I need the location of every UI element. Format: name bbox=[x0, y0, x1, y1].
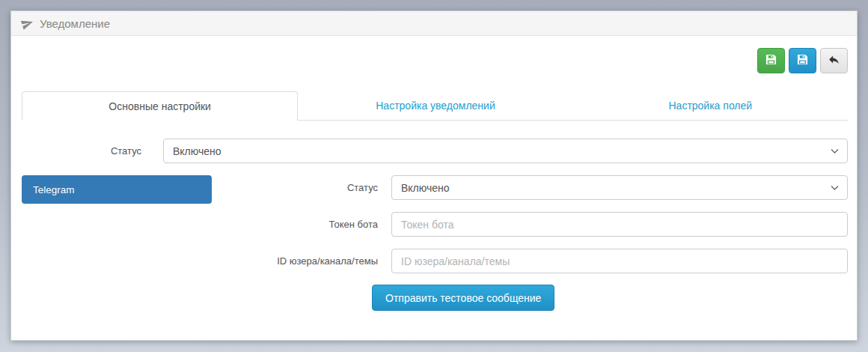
floppy-icon bbox=[797, 54, 808, 67]
send-test-message-button[interactable]: Отправить тестовое сообщение bbox=[372, 285, 554, 311]
channel-row: Telegram Статус Включено bbox=[22, 175, 848, 311]
save-stay-button[interactable] bbox=[789, 48, 816, 73]
chat-id-input[interactable] bbox=[391, 249, 848, 273]
toolbar bbox=[22, 48, 848, 73]
channel-list: Telegram bbox=[22, 175, 212, 204]
chat-id-label: ID юзера/канала/темы bbox=[212, 255, 378, 267]
tab-field-settings[interactable]: Настройка полей bbox=[573, 91, 848, 121]
panel-heading: Уведомление bbox=[11, 11, 857, 36]
back-button[interactable] bbox=[820, 48, 848, 73]
telegram-status-row: Статус Включено bbox=[212, 175, 848, 200]
page-title: Уведомление bbox=[40, 17, 110, 30]
settings-tabs: Основные настройки Настройка уведомлений… bbox=[22, 91, 848, 121]
telegram-status-label: Статус bbox=[212, 182, 378, 193]
tab-general-settings[interactable]: Основные настройки bbox=[22, 91, 298, 121]
chat-id-row: ID юзера/канала/темы bbox=[212, 249, 848, 273]
reply-icon bbox=[828, 53, 840, 68]
channel-label: Telegram bbox=[33, 184, 75, 195]
floppy-icon bbox=[765, 54, 777, 67]
notification-panel: Уведомление Основные настройки Наст bbox=[10, 10, 858, 341]
bot-token-input[interactable] bbox=[391, 212, 848, 237]
bot-token-label: Токен бота bbox=[212, 219, 378, 230]
status-label: Статус bbox=[22, 145, 141, 157]
telegram-status-select[interactable]: Включено bbox=[391, 175, 848, 200]
status-select[interactable]: Включено bbox=[163, 139, 848, 163]
paper-plane-icon bbox=[19, 15, 35, 31]
status-form-row: Статус Включено bbox=[22, 139, 848, 163]
channel-item-telegram[interactable]: Telegram bbox=[22, 175, 212, 204]
telegram-settings-form: Статус Включено Токен бота bbox=[212, 175, 848, 311]
bot-token-row: Токен бота bbox=[212, 212, 848, 237]
save-button[interactable] bbox=[757, 48, 785, 73]
tab-notification-settings[interactable]: Настройка уведомлений bbox=[298, 91, 572, 121]
